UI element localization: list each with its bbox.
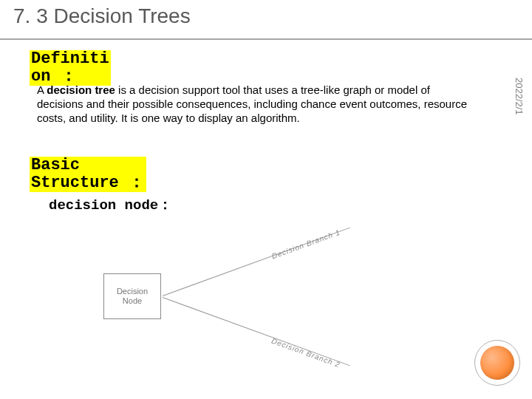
decision-node-label: decision node： bbox=[49, 195, 172, 214]
branch-2-label: Decision Branch 2 bbox=[270, 337, 341, 369]
page-number-orb bbox=[480, 346, 514, 380]
branch-1-label: Decision Branch 1 bbox=[270, 228, 341, 261]
decision-tree-diagram: DecisionNode Decision Branch 1 Decision … bbox=[103, 222, 421, 377]
definition-a: A bbox=[37, 83, 47, 96]
date-stamp: 2022/2/1 bbox=[514, 78, 525, 115]
definition-body: A decision tree is a decision support to… bbox=[37, 83, 477, 125]
title-rule bbox=[0, 38, 532, 40]
definition-heading: Definition ： bbox=[30, 50, 111, 86]
orb-outline bbox=[474, 340, 520, 386]
slide: 7. 3 Decision Trees Definition ： A decis… bbox=[0, 0, 532, 399]
structure-heading: BasicStructure ： bbox=[30, 157, 146, 192]
page-title: 7. 3 Decision Trees bbox=[13, 4, 191, 28]
definition-term: decision tree bbox=[47, 83, 115, 96]
decision-node-box: DecisionNode bbox=[103, 273, 161, 319]
